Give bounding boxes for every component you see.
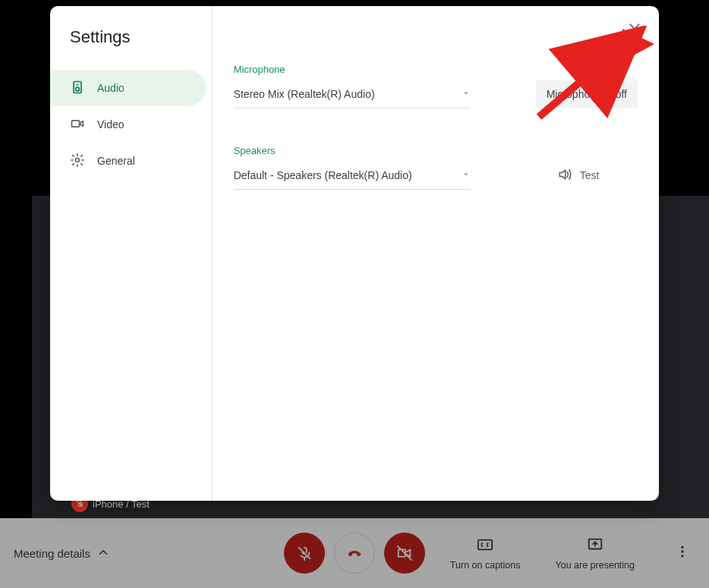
more-vertical-icon [675,544,690,562]
microphone-value: Stereo Mix (Realtek(R) Audio) [234,88,375,100]
camera-off-button[interactable] [384,533,425,574]
gear-icon [70,153,85,170]
sidebar-item-video[interactable]: Video [50,106,206,143]
speakers-value: Default - Speakers (Realtek(R) Audio) [234,169,412,181]
test-speakers-button[interactable]: Test [557,167,600,184]
captions-label: Turn on captions [450,560,521,571]
sound-icon [557,167,572,184]
presenting-label: You are presenting [556,560,635,571]
speaker-icon [70,80,85,97]
settings-title: Settings [70,27,212,47]
svg-point-7 [77,83,78,85]
settings-content: Microphone Stereo Mix (Realtek(R) Audio)… [213,6,659,501]
sidebar-item-label: Audio [97,82,124,94]
presenting-button[interactable]: You are presenting [556,536,635,571]
meeting-details-button[interactable]: Meeting details [14,546,110,561]
microphone-status: Microphone is off [536,80,638,108]
settings-modal: Settings Audio Video General Microp [50,6,659,501]
chevron-up-icon [96,546,110,561]
svg-point-2 [681,546,683,549]
hangup-button[interactable] [334,533,375,574]
meeting-details-label: Meeting details [14,547,90,560]
microphone-dropdown[interactable]: Stereo Mix (Realtek(R) Audio) [234,80,471,108]
microphone-label: Microphone [234,64,638,75]
svg-point-6 [76,87,80,91]
sidebar-item-general[interactable]: General [50,143,206,179]
call-controls [284,533,425,574]
meeting-bottom-bar: Meeting details Turn on captions You are… [0,518,709,588]
sidebar-item-audio[interactable]: Audio [50,70,206,106]
right-controls: Turn on captions You are presenting [450,536,695,571]
test-label: Test [580,169,600,181]
captions-button[interactable]: Turn on captions [450,536,521,571]
more-options-button[interactable] [670,540,695,566]
chevron-down-icon [462,169,471,181]
captions-icon [477,536,493,555]
speakers-label: Speakers [234,145,638,156]
sidebar-item-label: Video [97,118,124,130]
svg-rect-0 [478,539,492,549]
svg-point-4 [681,555,683,557]
video-icon [70,116,85,134]
present-icon [587,536,603,555]
svg-point-9 [76,158,80,162]
svg-rect-8 [72,120,80,126]
close-icon [627,21,642,39]
settings-sidebar: Settings Audio Video General [50,6,213,501]
mute-mic-button[interactable] [284,533,325,574]
speakers-dropdown[interactable]: Default - Speakers (Realtek(R) Audio) [234,161,471,190]
sidebar-item-label: General [97,155,135,167]
close-button[interactable] [619,15,650,46]
svg-point-3 [681,550,683,552]
chevron-down-icon [462,88,471,100]
